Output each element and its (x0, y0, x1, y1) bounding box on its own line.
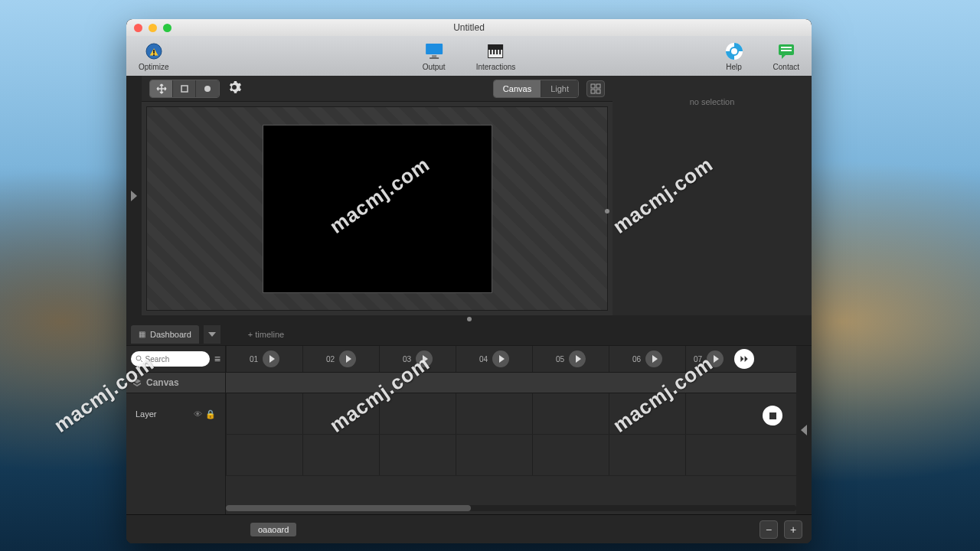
dashboard-tab[interactable]: ▦ Dashboard (131, 325, 199, 344)
output-label: Output (423, 63, 446, 71)
splitter-handle-icon (467, 317, 472, 321)
timeline-row[interactable] (226, 435, 796, 476)
chevron-left-icon (801, 425, 807, 435)
output-button[interactable]: Output (418, 40, 450, 73)
zoom-window-button[interactable] (163, 24, 172, 32)
fast-forward-icon (739, 354, 750, 364)
interactions-button[interactable]: Interactions (472, 40, 521, 73)
svg-rect-18 (781, 50, 792, 51)
search-input-wrapper[interactable] (131, 351, 210, 367)
svg-rect-9 (491, 50, 492, 54)
inspector-empty-label: no selection (690, 97, 735, 106)
canvas-toolbar: Canvas Light (142, 76, 612, 102)
resize-handle-right[interactable] (605, 209, 609, 214)
close-window-button[interactable] (134, 24, 142, 32)
canvas-stage[interactable] (263, 125, 492, 293)
svg-rect-3 (153, 54, 155, 56)
fast-forward-button[interactable] (734, 349, 754, 369)
window-title: Untitled (453, 22, 485, 33)
canvas-group-header[interactable]: Canvas (126, 372, 225, 393)
contact-button[interactable]: Contact (769, 40, 804, 73)
optimize-button[interactable]: Optimize (134, 40, 173, 73)
timeline-col: 04 (456, 346, 532, 372)
timeline-col: 06 (609, 346, 685, 372)
play-col-button[interactable] (569, 350, 586, 367)
search-icon (136, 355, 142, 363)
grid-icon: ▦ (139, 330, 145, 338)
svg-marker-16 (782, 54, 786, 59)
piano-icon (486, 41, 506, 61)
col-number: 05 (556, 355, 564, 364)
app-window: Untitled Optimize Output Interactions (126, 19, 812, 543)
gear-icon (227, 80, 241, 94)
contact-label: Contact (773, 63, 799, 71)
svg-rect-10 (494, 50, 495, 54)
svg-rect-23 (591, 90, 595, 93)
settings-button[interactable] (227, 80, 241, 97)
canvas-view-tab[interactable]: Canvas (494, 80, 541, 97)
timeline-body: ≡ Canvas Layer 👁 🔒 01 02 (126, 346, 812, 514)
footer-bar: oaaoard − + (126, 514, 812, 543)
svg-rect-4 (426, 44, 443, 54)
tab-menu-button[interactable] (204, 325, 220, 344)
timeline-row[interactable] (226, 393, 796, 435)
stop-icon (769, 412, 776, 419)
layers-icon (132, 378, 142, 387)
minimize-window-button[interactable] (149, 24, 157, 32)
help-button[interactable]: Help (720, 40, 749, 73)
play-col-button[interactable] (339, 350, 356, 367)
dashboard-tab-label: Dashboard (150, 330, 191, 339)
play-col-button[interactable] (416, 350, 433, 367)
help-label: Help (726, 63, 742, 71)
svg-rect-5 (432, 55, 436, 57)
horizontal-splitter[interactable] (126, 315, 812, 323)
search-input[interactable] (145, 355, 205, 364)
stop-button[interactable] (763, 406, 782, 425)
timeline-col: 03 (379, 346, 456, 372)
canvas-viewport[interactable] (146, 106, 608, 311)
footer-label: oaaoard (250, 523, 296, 536)
play-col-button[interactable] (263, 350, 279, 367)
lock-icon[interactable]: 🔒 (205, 409, 216, 419)
col-number: 02 (326, 355, 335, 364)
grid-toggle-button[interactable] (586, 80, 605, 97)
svg-point-20 (204, 86, 211, 92)
optimize-label: Optimize (139, 63, 168, 71)
tool-segment (149, 80, 220, 98)
titlebar: Untitled (126, 19, 812, 36)
visibility-icon[interactable]: 👁 (194, 409, 202, 419)
timeline-scrollbar[interactable] (226, 505, 796, 511)
grid-icon (590, 83, 601, 94)
move-tool[interactable] (150, 80, 173, 97)
timeline-track-header (226, 372, 796, 393)
left-panel-toggle[interactable] (126, 76, 142, 315)
right-panel-toggle[interactable] (796, 346, 812, 514)
crop-tool[interactable] (173, 80, 196, 97)
timeline-sidebar: ≡ Canvas Layer 👁 🔒 (126, 346, 226, 514)
layer-label: Layer (136, 409, 157, 419)
play-col-button[interactable] (707, 350, 724, 367)
main-toolbar: Optimize Output Interactions Help (126, 36, 812, 76)
light-view-tab[interactable]: Light (541, 80, 578, 97)
lifebuoy-icon (724, 41, 744, 61)
play-col-button[interactable] (645, 350, 662, 367)
svg-rect-19 (181, 86, 188, 92)
timeline-tabs: ▦ Dashboard + timeline (126, 323, 812, 346)
col-number: 06 (632, 355, 641, 364)
col-number: 03 (403, 355, 411, 364)
svg-rect-11 (497, 50, 498, 54)
svg-rect-22 (596, 84, 600, 88)
list-menu-button[interactable]: ≡ (214, 353, 220, 365)
main-area: Canvas Light no selection (126, 76, 812, 315)
zoom-in-button[interactable]: + (784, 520, 802, 539)
zoom-out-button[interactable]: − (760, 520, 778, 539)
svg-rect-2 (153, 50, 155, 54)
scrollbar-thumb[interactable] (226, 505, 471, 511)
play-col-button[interactable] (492, 350, 509, 367)
add-timeline-button[interactable]: + timeline (248, 330, 284, 339)
timeline-header: 01 02 03 04 05 06 07 (226, 346, 796, 372)
inspector-panel: no selection (612, 76, 812, 315)
layer-row[interactable]: Layer 👁 🔒 (126, 393, 225, 435)
timeline-col: 01 (226, 346, 302, 372)
record-tool[interactable] (196, 80, 219, 97)
